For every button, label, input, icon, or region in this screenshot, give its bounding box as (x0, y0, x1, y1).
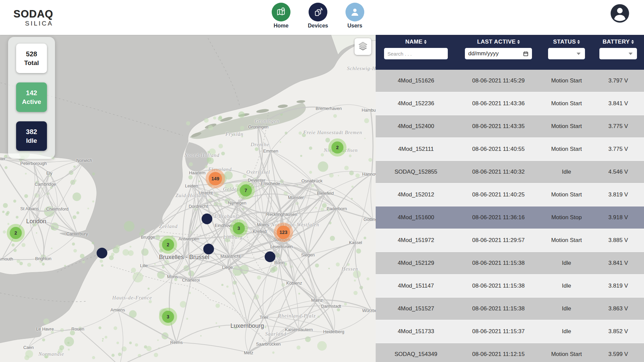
cell-last-active: 08-06-2021 11:15:38 (456, 305, 541, 312)
table-row[interactable]: 4Mod_15211108-06-2021 11:40:55Motion Sta… (376, 138, 644, 161)
cell-battery: 3.852 V (592, 328, 644, 335)
cell-status: Motion Start (541, 146, 592, 153)
cell-last-active: 08-06-2021 11:45:29 (456, 77, 541, 84)
table-row[interactable]: 4Mod_15223608-06-2021 11:43:36Motion Sta… (376, 93, 644, 115)
stat-value: 142 (26, 88, 37, 98)
app-logo: SODAQ SILICA (13, 9, 53, 26)
cluster-marker-green[interactable]: 2 (162, 239, 174, 251)
nav-item-devices[interactable]: Devices (308, 3, 328, 29)
stat-label: Idle (26, 136, 37, 145)
cell-status: Idle (541, 305, 592, 312)
logo-line2: SILICA (25, 20, 53, 26)
cell-last-active: 08-06-2021 11:15:38 (456, 283, 541, 289)
name-search-input[interactable] (384, 48, 448, 59)
table-row[interactable]: SODAQ_15285508-06-2021 11:40:32Idle4.546… (376, 161, 644, 184)
column-label: NAME (405, 39, 423, 45)
date-filter-input[interactable]: dd/mm/yyyy (465, 48, 532, 59)
device-marker[interactable] (203, 244, 214, 254)
battery-filter-select[interactable] (599, 48, 637, 59)
layers-control-button[interactable] (355, 38, 371, 55)
chevron-down-icon (577, 53, 581, 57)
cell-battery: 3.819 V (592, 283, 644, 289)
stat-card-idle: 382Idle (16, 121, 47, 151)
cluster-marker-green[interactable]: 2 (10, 227, 22, 239)
table-row[interactable]: 4Mod_15160008-06-2021 11:36:16Motion Sto… (376, 206, 644, 229)
cell-last-active: 08-06-2021 11:40:32 (456, 169, 541, 175)
stat-value: 528 (26, 50, 37, 59)
cell-last-active: 08-06-2021 11:29:57 (456, 237, 541, 244)
stat-label: Total (24, 59, 39, 67)
table-row[interactable]: 4Mod_15152708-06-2021 11:15:38Idle3.863 … (376, 298, 644, 320)
date-placeholder: dd/mm/yyyy (468, 50, 499, 57)
column-sort-header[interactable]: STATUS (553, 39, 580, 45)
cell-name: SODAQ_154349 (376, 351, 456, 358)
cell-battery: 3.918 V (592, 214, 644, 221)
sort-icon (631, 39, 634, 45)
cluster-marker-orange[interactable]: 149 (209, 172, 222, 185)
cell-name: 4Mod_151733 (376, 328, 456, 335)
cell-last-active: 08-06-2021 11:12:15 (456, 351, 541, 358)
main-content: LondonPeterboroughNorwichElyCambridgeSt … (0, 35, 644, 362)
cluster-marker-green[interactable]: 7 (240, 184, 252, 196)
nav-item-users[interactable]: Users (345, 3, 364, 29)
table-row[interactable]: 4Mod_15240008-06-2021 11:43:35Motion Sta… (376, 115, 644, 138)
cluster-marker-orange[interactable]: 123 (277, 226, 290, 239)
cell-name: 4Mod_152400 (376, 123, 456, 130)
column-sort-header[interactable]: NAME (405, 39, 427, 45)
table-row[interactable]: 4Mod_15162608-06-2021 11:45:29Motion Sta… (376, 70, 644, 93)
cell-last-active: 08-06-2021 11:43:35 (456, 123, 541, 130)
column-sort-header[interactable]: BATTERY (602, 39, 634, 45)
stat-card-total: 528Total (16, 44, 47, 73)
cell-name: SODAQ_152855 (376, 169, 456, 175)
column-sort-header[interactable]: LAST ACTIVE (477, 39, 520, 45)
cell-battery: 3.841 V (592, 260, 644, 266)
column-battery: BATTERY (592, 39, 644, 70)
cell-name: 4Mod_152236 (376, 100, 456, 107)
main-nav: HomeDevicesUsers (272, 3, 364, 29)
table-row[interactable]: 4Mod_15173308-06-2021 11:15:37Idle3.852 … (376, 320, 644, 343)
table-row[interactable]: 4Mod_15201208-06-2021 11:40:25Motion Sta… (376, 184, 644, 206)
table-row[interactable]: 4Mod_15212908-06-2021 11:15:38Idle3.841 … (376, 252, 644, 275)
device-table: NAMELAST ACTIVEdd/mm/yyyySTATUSBATTERY 4… (376, 35, 644, 362)
cluster-marker-green[interactable]: 3 (162, 311, 174, 323)
cell-last-active: 08-06-2021 11:40:25 (456, 191, 541, 198)
devices-icon (309, 3, 327, 21)
cell-name: 4Mod_151626 (376, 77, 456, 84)
cell-name: 4Mod_152111 (376, 146, 456, 153)
cell-status: Idle (541, 260, 592, 266)
cell-battery: 3.863 V (592, 305, 644, 312)
cell-name: 4Mod_151147 (376, 283, 456, 289)
table-row[interactable]: 4Mod_15197208-06-2021 11:29:57Motion Sta… (376, 229, 644, 252)
stats-panel: 528Total142Active382Idle (8, 37, 55, 159)
cell-battery: 3.797 V (592, 77, 644, 84)
sort-icon (577, 39, 580, 45)
table-row[interactable]: SODAQ_15434908-06-2021 11:12:15Motion St… (376, 343, 644, 362)
nav-item-home[interactable]: Home (272, 3, 290, 29)
cell-name: 4Mod_152129 (376, 260, 456, 266)
column-name: NAME (376, 39, 456, 70)
cluster-marker-green[interactable]: 2 (331, 141, 343, 154)
top-header: SODAQ SILICA HomeDevicesUsers (0, 0, 644, 35)
device-marker[interactable] (265, 251, 275, 262)
cell-battery: 3.885 V (592, 237, 644, 244)
cell-name: 4Mod_151527 (376, 305, 456, 312)
status-filter-select[interactable] (548, 48, 585, 59)
map[interactable]: LondonPeterboroughNorwichElyCambridgeSt … (0, 35, 376, 362)
device-marker[interactable] (202, 214, 212, 224)
cluster-marker-green[interactable]: 3 (233, 222, 245, 234)
user-avatar-button[interactable] (610, 3, 630, 23)
cell-last-active: 08-06-2021 11:40:55 (456, 146, 541, 153)
logo-line1: SODAQ (13, 9, 53, 19)
cell-name: 4Mod_152012 (376, 191, 456, 198)
table-body: 4Mod_15162608-06-2021 11:45:29Motion Sta… (376, 70, 644, 362)
cell-name: 4Mod_151972 (376, 237, 456, 244)
device-marker[interactable] (97, 248, 107, 258)
cell-battery: 3.819 V (592, 191, 644, 198)
column-label: BATTERY (602, 39, 630, 45)
table-row[interactable]: 4Mod_15114708-06-2021 11:15:38Idle3.819 … (376, 275, 644, 298)
cell-name: 4Mod_151600 (376, 214, 456, 221)
layers-icon (358, 41, 368, 53)
cell-status: Motion Start (541, 77, 592, 84)
nav-label: Home (274, 23, 288, 29)
cell-status: Idle (541, 328, 592, 335)
